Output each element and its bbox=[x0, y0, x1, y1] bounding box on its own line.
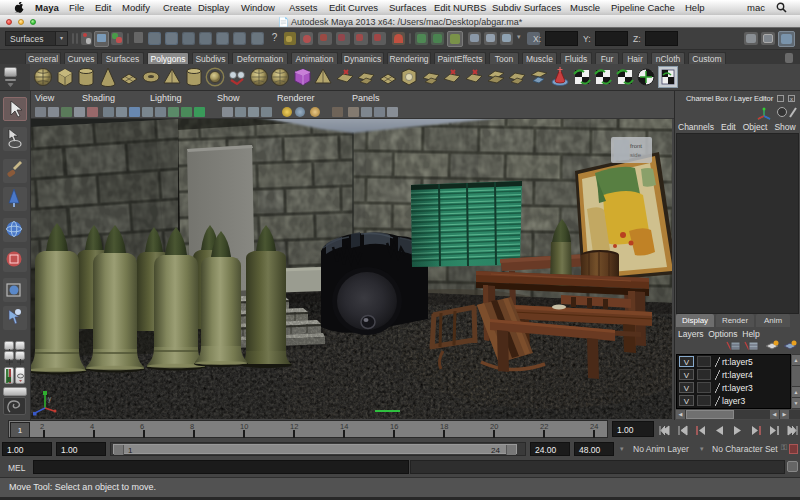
svg-text:side: side bbox=[630, 152, 642, 158]
svg-text:front: front bbox=[630, 143, 642, 149]
